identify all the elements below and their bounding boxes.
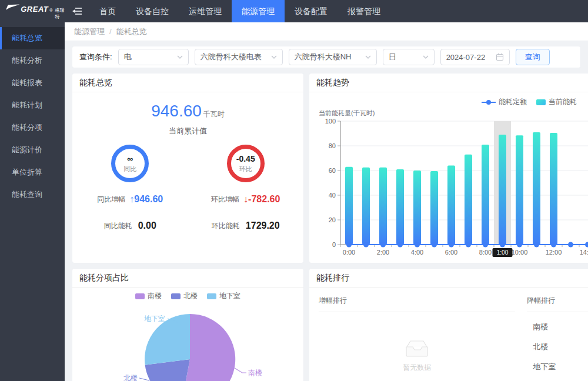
quota-dot xyxy=(551,242,556,248)
quota-dot xyxy=(397,242,403,248)
brand-logo: GREAT ® 格瑞特 xyxy=(0,3,66,20)
query-bar: 查询条件: 电六院骨科大楼电表六院骨科大楼NH日 2024-07-22 查询 xyxy=(72,46,581,68)
quota-dot xyxy=(585,242,588,248)
mom-ring: -0.45 环比 xyxy=(227,145,265,182)
yoy-energy-value: 0.00 xyxy=(138,220,156,231)
y-tick-label: 0 xyxy=(332,241,336,248)
pie-legend-item[interactable]: 地下室 xyxy=(207,291,240,301)
bar-6:00 xyxy=(447,166,455,245)
quota-dot xyxy=(380,242,386,248)
mom-growth-number: -782.60 xyxy=(248,194,280,204)
breadcrumb-parent[interactable]: 能源管理 xyxy=(74,26,105,37)
brand-name-cn: 格瑞特 xyxy=(55,7,66,20)
decrease-rank-item-0[interactable]: 南楼 xyxy=(527,322,588,332)
sidebar-item-2[interactable]: 能耗报表 xyxy=(0,72,65,94)
date-picker[interactable]: 2024-07-22 xyxy=(440,49,510,65)
bar-2:00 xyxy=(379,168,387,245)
mom-ring-label: 环比 xyxy=(239,165,252,173)
bar-7:00 xyxy=(465,155,472,245)
query-selects: 电六院骨科大楼电表六院骨科大楼NH日 xyxy=(118,49,435,65)
x-tick-label: 6:00 xyxy=(445,249,457,256)
bar-5:00 xyxy=(430,171,438,245)
bar-4:00 xyxy=(413,171,421,245)
select-value: 日 xyxy=(389,52,396,62)
quota-dot xyxy=(568,242,573,248)
select-value: 六院骨科大楼电表 xyxy=(201,52,262,62)
collapse-sidebar-button[interactable] xyxy=(72,7,82,15)
legend-item-bar[interactable]: 当前能耗 xyxy=(536,97,577,107)
sidebar-item-7[interactable]: 能耗查询 xyxy=(0,183,65,206)
down-arrow-icon: ↓ xyxy=(243,194,248,204)
query-select-device[interactable]: 六院骨科大楼NH xyxy=(289,49,377,65)
legend-item-line[interactable]: 能耗定额 xyxy=(482,97,527,107)
y-tick-label: 40 xyxy=(329,192,336,199)
breakdown-card-title: 能耗分项占比 xyxy=(72,269,303,288)
bar-12:00 xyxy=(550,133,557,245)
trend-chart[interactable]: 当前能耗量(千瓦时)0204060801000:002:004:006:008:… xyxy=(314,108,588,261)
yoy-growth: 同比增幅 ↑946.60 xyxy=(97,194,163,205)
total-label: 当前累计值 xyxy=(72,126,303,136)
nav-tab-2[interactable]: 运维管理 xyxy=(179,0,232,22)
total-unit: 千瓦时 xyxy=(203,110,225,118)
pie-label-line xyxy=(235,368,246,373)
sidebar-item-5[interactable]: 能源计价 xyxy=(0,139,65,161)
mom-growth: 环比增幅 ↓-782.60 xyxy=(211,194,280,205)
legend-label: 能耗定额 xyxy=(499,97,527,107)
date-value: 2024-07-22 xyxy=(446,53,486,62)
query-label: 查询条件: xyxy=(79,52,112,62)
sidebar-item-3[interactable]: 能耗计划 xyxy=(0,94,65,116)
sidebar-item-0[interactable]: 能耗总览 xyxy=(0,27,65,49)
x-tick-label: 2:00 xyxy=(377,249,389,256)
query-select-period[interactable]: 日 xyxy=(383,49,435,65)
nav-tab-1[interactable]: 设备自控 xyxy=(126,0,179,22)
mom-ring-value: -0.45 xyxy=(236,154,255,163)
nav-tab-5[interactable]: 报警管理 xyxy=(338,0,390,22)
legend-label: 北楼 xyxy=(183,291,198,301)
search-button[interactable]: 查询 xyxy=(516,49,550,65)
quota-dot xyxy=(449,242,454,248)
legend-swatch-icon xyxy=(135,293,145,299)
quota-dot xyxy=(500,242,505,248)
line-marker-icon xyxy=(482,99,496,105)
pie-legend: 南楼北楼地下室 xyxy=(72,291,303,301)
y-tick-label: 80 xyxy=(329,142,336,149)
pie-legend-item[interactable]: 北楼 xyxy=(171,291,198,301)
empty-box-icon xyxy=(403,338,430,358)
brand-name: GREAT xyxy=(21,5,48,14)
sidebar-item-6[interactable]: 单位折算 xyxy=(0,161,65,183)
select-value: 电 xyxy=(124,52,132,62)
increase-ranking: 增幅排行 暂无数据 xyxy=(319,291,515,373)
total-consumption: 946.60千瓦时 xyxy=(72,102,303,121)
legend-label: 当前能耗 xyxy=(549,97,577,107)
sidebar-item-4[interactable]: 能耗分项 xyxy=(0,116,65,139)
nav-tab-0[interactable]: 首页 xyxy=(89,0,126,22)
query-select-energy-type[interactable]: 电 xyxy=(118,49,189,65)
mom-growth-label: 环比增幅 xyxy=(211,195,239,205)
mom-energy-value: 1729.20 xyxy=(246,220,280,231)
x-tick-label: 8:00 xyxy=(479,249,492,256)
chevron-down-icon xyxy=(423,55,429,59)
x-tick-label: 12:00 xyxy=(546,249,562,256)
pie-label-北楼: 北楼 xyxy=(123,374,138,381)
query-select-meter[interactable]: 六院骨科大楼电表 xyxy=(195,49,283,65)
decrease-list: 南楼北楼地下室 xyxy=(527,322,588,372)
comparison-rings: ∞ 同比 同比增幅 ↑946.60 同比能耗 0.00 xyxy=(72,145,303,231)
bar-11:00 xyxy=(533,132,540,245)
quota-dot xyxy=(483,242,488,248)
decrease-rank-item-2[interactable]: 地下室 xyxy=(527,362,588,372)
nav-tab-3[interactable]: 能源管理 xyxy=(232,0,285,22)
bar-marker-icon xyxy=(536,99,546,105)
content: 查询条件: 电六院骨科大楼电表六院骨科大楼NH日 2024-07-22 查询 能… xyxy=(65,41,588,381)
x-tick-label: 4:00 xyxy=(411,249,423,256)
legend-label: 地下室 xyxy=(219,291,240,301)
breakdown-pie-chart[interactable]: 南楼北楼地下室 xyxy=(72,298,304,381)
pie-label-地下室: 地下室 xyxy=(144,315,165,323)
pie-legend-item[interactable]: 南楼 xyxy=(135,291,162,301)
bar-8:00 xyxy=(482,145,489,245)
decrease-rank-item-1[interactable]: 北楼 xyxy=(527,342,588,352)
sidebar-item-1[interactable]: 能耗分析 xyxy=(0,49,65,72)
yoy-energy-label: 同比能耗 xyxy=(104,221,132,231)
trend-card-title: 能耗趋势 xyxy=(309,73,588,92)
nav-tab-4[interactable]: 设备配置 xyxy=(285,0,338,22)
overview-card: 能耗总览 946.60千瓦时 当前累计值 ∞ 同比 同比增幅 ↑946.60 xyxy=(72,73,304,263)
